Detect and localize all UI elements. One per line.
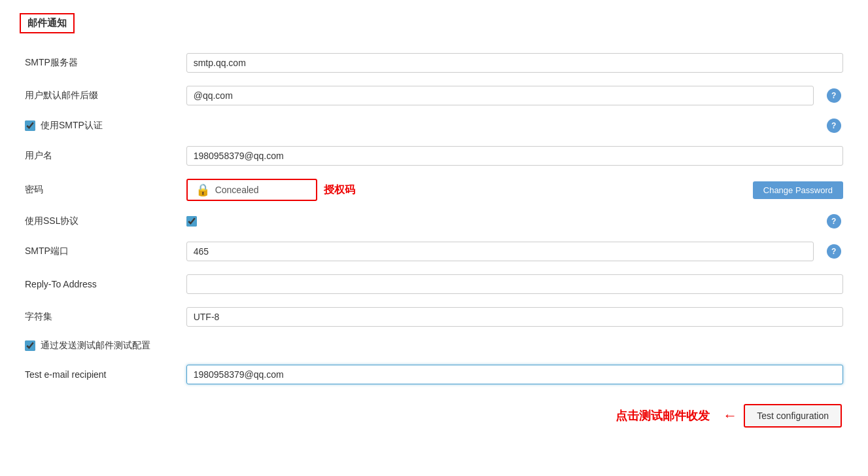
auth-label: 授权码 <box>324 183 355 197</box>
lock-icon: 🔒 <box>196 183 210 197</box>
reply-to-row: Reply-To Address <box>20 268 848 301</box>
smtp-port-label: SMTP端口 <box>25 246 69 256</box>
concealed-text: Concealed <box>215 185 259 195</box>
username-label: 用户名 <box>25 150 52 160</box>
smtp-auth-row: 使用SMTP认证 ? <box>20 112 848 139</box>
arrow-icon: ← <box>723 407 737 424</box>
annotation-area: 点击测试邮件收发 ← Test configuration <box>20 404 848 428</box>
default-suffix-label: 用户默认邮件后缀 <box>25 90 98 100</box>
charset-label: 字符集 <box>25 311 52 321</box>
ssl-checkbox[interactable] <box>186 216 197 227</box>
ssl-row: 使用SSL协议 ? <box>20 208 848 235</box>
smtp-server-row: SMTP服务器 <box>20 46 848 79</box>
ssl-label: 使用SSL协议 <box>25 215 78 226</box>
password-row: 密码 🔒 Concealed 授权码 Change Password <box>20 172 848 208</box>
reply-to-input[interactable] <box>186 274 843 294</box>
smtp-port-row: SMTP端口 ? <box>20 235 848 268</box>
change-password-button[interactable]: Change Password <box>753 181 843 199</box>
default-suffix-help-icon[interactable]: ? <box>827 88 841 103</box>
annotation-text: 点击测试邮件收发 <box>616 408 710 424</box>
username-row: 用户名 <box>20 139 848 172</box>
charset-input[interactable] <box>186 307 843 327</box>
concealed-password-box: 🔒 Concealed <box>186 179 317 201</box>
password-label: 密码 <box>25 184 43 194</box>
smtp-port-help-icon[interactable]: ? <box>827 244 841 259</box>
test-configuration-button[interactable]: Test configuration <box>744 404 842 428</box>
default-suffix-input[interactable] <box>186 86 814 105</box>
smtp-port-input[interactable] <box>186 242 814 261</box>
form-table: SMTP服务器 用户默认邮件后缀 ? 使用SMTP认证 <box>20 46 848 391</box>
test-send-row: 通过发送测试邮件测试配置 <box>20 333 848 358</box>
test-recipient-input[interactable] <box>186 365 843 384</box>
section-title: 邮件通知 <box>20 13 75 33</box>
smtp-auth-help-icon[interactable]: ? <box>827 119 841 133</box>
smtp-server-input[interactable] <box>186 53 843 73</box>
reply-to-label: Reply-To Address <box>25 279 97 289</box>
username-input[interactable] <box>186 146 843 166</box>
smtp-auth-label: 使用SMTP认证 <box>41 120 103 132</box>
test-send-label: 通过发送测试邮件测试配置 <box>41 340 150 352</box>
smtp-auth-checkbox[interactable] <box>25 120 35 131</box>
charset-row: 字符集 <box>20 301 848 333</box>
smtp-server-label: SMTP服务器 <box>25 57 78 67</box>
test-send-checkbox[interactable] <box>25 340 35 351</box>
default-suffix-row: 用户默认邮件后缀 ? <box>20 79 848 112</box>
ssl-help-icon[interactable]: ? <box>827 214 841 229</box>
test-recipient-row: Test e-mail recipient <box>20 358 848 391</box>
test-recipient-label: Test e-mail recipient <box>25 369 107 380</box>
